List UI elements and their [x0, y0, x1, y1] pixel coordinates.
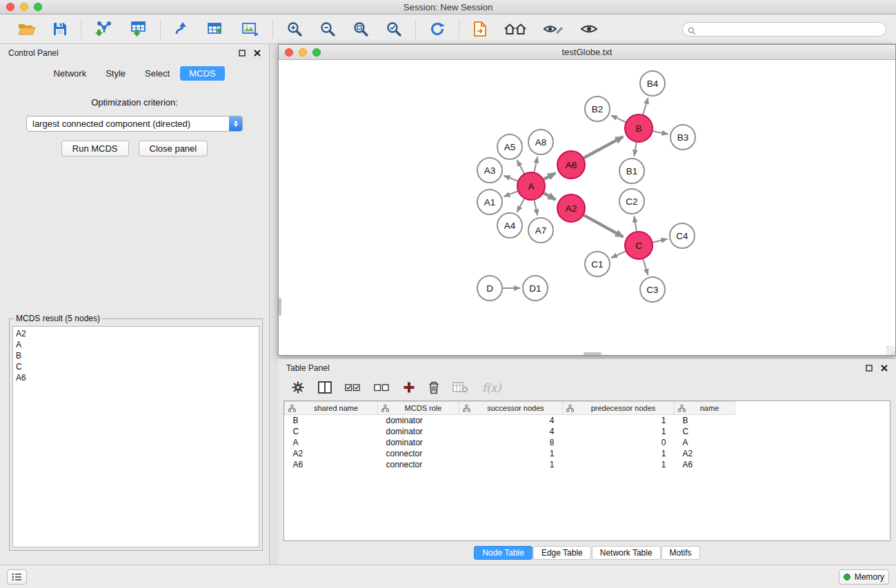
table-cell[interactable]: B: [675, 415, 735, 426]
column-header-shared-name[interactable]: shared name: [285, 402, 378, 415]
graph-node-A3[interactable]: A3: [477, 158, 502, 183]
tab-network-table[interactable]: Network Table: [592, 546, 661, 560]
graph-edge-A-A4[interactable]: [517, 199, 524, 212]
graph-edge-A-A7[interactable]: [534, 201, 537, 216]
table-cell[interactable]: 1: [459, 459, 563, 470]
zoom-fit-icon[interactable]: [348, 19, 373, 39]
table-cell[interactable]: dominator: [378, 437, 459, 448]
float-table-panel-icon[interactable]: [866, 365, 873, 372]
optimization-criterion-dropdown[interactable]: largest connected component (directed): [26, 116, 243, 132]
table-cell[interactable]: A: [285, 437, 378, 448]
network-window-titlebar[interactable]: testGlobe.txt: [279, 45, 895, 60]
table-cell[interactable]: C: [285, 426, 378, 437]
import-network-from-file-icon[interactable]: [90, 19, 117, 39]
table-cell[interactable]: 1: [563, 426, 675, 437]
graph-node-A1[interactable]: A1: [477, 190, 502, 214]
zoom-out-icon[interactable]: [315, 19, 340, 39]
graph-edge-A-A3[interactable]: [504, 176, 518, 181]
graph-node-D[interactable]: D: [477, 276, 502, 301]
table-cell[interactable]: B: [285, 415, 378, 426]
table-cell[interactable]: connector: [378, 459, 459, 470]
graph-edge-B-B2[interactable]: [611, 115, 626, 122]
table-row[interactable]: A2connector11A2: [285, 448, 890, 459]
graph-node-A7[interactable]: A7: [528, 218, 553, 243]
graph-node-C2[interactable]: C2: [619, 189, 644, 214]
close-table-panel-icon[interactable]: [881, 365, 888, 372]
home-pages-icon[interactable]: [500, 20, 530, 38]
mcds-result-list[interactable]: A2ABCA6: [12, 326, 259, 547]
graph-edge-B-B3[interactable]: [653, 131, 668, 134]
tab-network[interactable]: Network: [44, 66, 95, 81]
graph-edge-A6-B[interactable]: [584, 136, 623, 158]
tab-style[interactable]: Style: [97, 66, 135, 81]
graph-node-A[interactable]: A: [517, 172, 545, 200]
graph-edge-C-C4[interactable]: [653, 239, 667, 243]
refresh-network-icon[interactable]: [425, 19, 450, 39]
mcds-result-item[interactable]: C: [16, 361, 256, 372]
minimize-window-button[interactable]: [20, 3, 28, 11]
graph-edge-A2-C[interactable]: [584, 215, 623, 236]
mcds-result-item[interactable]: B: [16, 350, 256, 361]
open-folder-icon[interactable]: [14, 20, 40, 38]
function-builder-icon[interactable]: f(x): [482, 381, 501, 394]
graph-edge-C-C1[interactable]: [611, 252, 626, 258]
graph-edge-C-C2[interactable]: [634, 216, 636, 232]
table-cell[interactable]: 1: [563, 459, 675, 470]
network-close-button[interactable]: [285, 48, 293, 57]
graph-edge-B-B4[interactable]: [643, 98, 648, 114]
graph-node-B4[interactable]: B4: [640, 71, 665, 96]
table-cell[interactable]: C: [675, 426, 735, 437]
table-cell[interactable]: 0: [563, 437, 675, 448]
table-cell[interactable]: 1: [459, 448, 563, 459]
graph-edge-A-A2[interactable]: [544, 193, 555, 199]
graph-node-B1[interactable]: B1: [619, 159, 644, 183]
graph-node-B2[interactable]: B2: [585, 97, 610, 121]
table-cell[interactable]: 4: [459, 426, 563, 437]
graph-node-D1[interactable]: D1: [523, 276, 548, 301]
run-mcds-button[interactable]: Run MCDS: [61, 141, 129, 156]
graph-node-C4[interactable]: C4: [670, 223, 695, 248]
memory-button[interactable]: Memory: [839, 569, 889, 585]
window-resize-grip[interactable]: [886, 346, 895, 355]
table-cell[interactable]: 4: [459, 415, 563, 426]
graph-node-A5[interactable]: A5: [497, 134, 522, 159]
graph-node-A6[interactable]: A6: [557, 151, 585, 179]
table-cell[interactable]: 1: [563, 448, 675, 459]
table-cell[interactable]: dominator: [378, 415, 459, 426]
column-header-successor-nodes[interactable]: successor nodes: [459, 402, 563, 415]
graph-node-C3[interactable]: C3: [640, 277, 665, 302]
graph-edge-A-A8[interactable]: [534, 156, 537, 172]
table-cell[interactable]: A6: [675, 459, 735, 470]
select-all-checkboxes-icon[interactable]: [341, 381, 364, 394]
graph-edge-B-B1[interactable]: [635, 143, 637, 156]
add-column-icon[interactable]: [399, 380, 419, 395]
mcds-result-item[interactable]: A: [16, 339, 256, 350]
network-graph[interactable]: B4B2BB3A8A5A6A3B1AC2A1A2A4A7C4CC1C3DD1: [279, 60, 895, 355]
graph-edge-A-A1[interactable]: [504, 192, 518, 197]
graph-node-B[interactable]: B: [625, 114, 653, 142]
network-zoom-button[interactable]: [312, 48, 321, 57]
graph-node-A8[interactable]: A8: [528, 130, 553, 154]
table-cell[interactable]: A6: [285, 459, 378, 470]
open-document-icon[interactable]: [468, 19, 492, 39]
show-panel-list-button[interactable]: [7, 569, 27, 585]
show-columns-icon[interactable]: [315, 380, 335, 395]
table-row[interactable]: Adominator80A: [285, 437, 890, 448]
zoom-window-button[interactable]: [34, 3, 42, 11]
table-cell[interactable]: 8: [459, 437, 563, 448]
tab-motifs[interactable]: Motifs: [661, 546, 700, 560]
close-panel-icon[interactable]: [254, 50, 261, 57]
tab-mcds[interactable]: MCDS: [180, 66, 224, 81]
graph-edge-A-A6[interactable]: [544, 173, 556, 179]
close-window-button[interactable]: [6, 3, 14, 11]
graph-edge-C-C3[interactable]: [643, 259, 648, 275]
table-cell[interactable]: A: [675, 437, 735, 448]
graph-node-A2[interactable]: A2: [557, 194, 585, 222]
graph-node-A4[interactable]: A4: [497, 213, 522, 238]
table-cell[interactable]: A2: [285, 448, 378, 459]
zoom-in-icon[interactable]: [282, 19, 307, 39]
close-panel-button[interactable]: Close panel: [139, 141, 208, 156]
float-panel-icon[interactable]: [239, 50, 246, 57]
delete-table-icon[interactable]: [449, 381, 472, 394]
table-row[interactable]: Cdominator41C: [285, 426, 890, 437]
